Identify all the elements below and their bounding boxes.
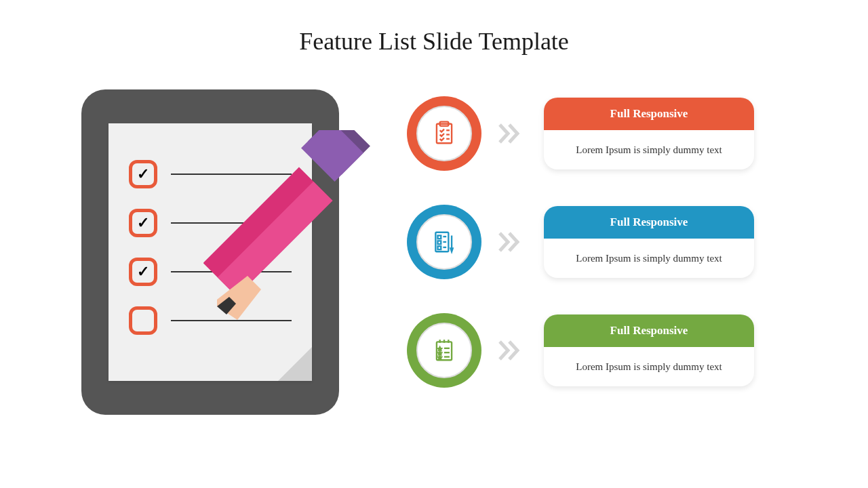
checkbox-icon: ✓	[129, 160, 157, 188]
main-content: ✓ ✓ ✓	[0, 89, 868, 415]
clipboard-check-icon	[431, 121, 457, 146]
chevron-right-icon	[498, 340, 527, 361]
pencil-icon	[203, 130, 393, 320]
paper-fold-icon	[278, 347, 312, 381]
notepad-star-icon	[431, 338, 457, 363]
feature-badge	[407, 205, 481, 279]
svg-rect-13	[438, 241, 441, 244]
checklist-illustration: ✓ ✓ ✓	[68, 89, 366, 415]
slide-title: Feature List Slide Template	[0, 0, 868, 56]
checkbox-icon: ✓	[129, 209, 157, 237]
checkbox-icon: ✓	[129, 258, 157, 286]
feature-card-description: Lorem Ipsum is simply dummy text	[544, 239, 754, 279]
feature-row: Full Responsive Lorem Ipsum is simply du…	[407, 205, 800, 279]
chevron-right-icon	[498, 232, 527, 252]
feature-card-title: Full Responsive	[544, 98, 754, 130]
feature-badge	[407, 96, 481, 171]
checklist-line	[171, 320, 292, 321]
chevron-right-icon	[498, 123, 527, 144]
feature-card: Full Responsive Lorem Ipsum is simply du…	[544, 98, 754, 170]
feature-card-title: Full Responsive	[544, 314, 754, 347]
feature-row: Full Responsive Lorem Ipsum is simply du…	[407, 313, 800, 388]
svg-marker-19	[451, 249, 453, 252]
feature-card-title: Full Responsive	[544, 206, 754, 239]
svg-rect-12	[438, 236, 441, 239]
feature-card-description: Lorem Ipsum is simply dummy text	[544, 130, 754, 170]
document-pencil-icon	[431, 229, 457, 255]
checkbox-icon	[129, 306, 157, 335]
feature-badge-inner	[416, 214, 472, 270]
feature-row: Full Responsive Lorem Ipsum is simply du…	[407, 96, 800, 171]
feature-card: Full Responsive Lorem Ipsum is simply du…	[544, 314, 754, 387]
feature-badge-inner	[416, 323, 472, 378]
features-column: Full Responsive Lorem Ipsum is simply du…	[407, 89, 800, 415]
feature-card: Full Responsive Lorem Ipsum is simply du…	[544, 206, 754, 279]
feature-badge-inner	[416, 106, 472, 161]
feature-card-description: Lorem Ipsum is simply dummy text	[544, 347, 754, 387]
svg-rect-14	[438, 246, 441, 249]
feature-badge	[407, 313, 481, 388]
